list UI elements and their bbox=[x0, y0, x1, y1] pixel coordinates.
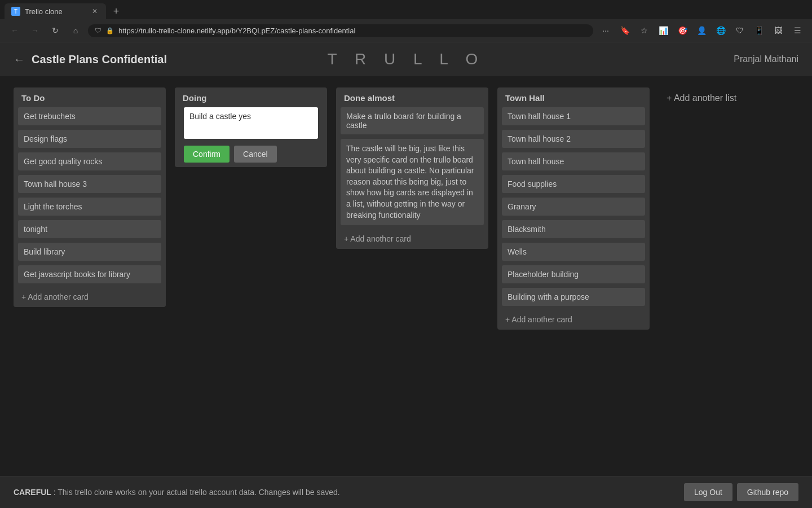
list-title-todo: To Do bbox=[14, 87, 166, 107]
tab-bar: T Trello clone ✕ + bbox=[0, 0, 812, 19]
warning-text: : This trello clone works on your actual… bbox=[51, 488, 340, 497]
app-header: ← Castle Plans Confidential T R U L L O … bbox=[0, 42, 812, 76]
card-get-javascript-books[interactable]: Get javascript books for library bbox=[18, 265, 161, 283]
footer-buttons: Log Out Github repo bbox=[684, 483, 798, 501]
card-granary[interactable]: Granary bbox=[502, 198, 645, 216]
bookmark-button[interactable]: ☆ bbox=[636, 23, 652, 38]
shield-icon: 🛡 bbox=[95, 27, 102, 34]
refresh-button[interactable]: ↻ bbox=[47, 23, 63, 38]
card-build-library[interactable]: Build library bbox=[18, 243, 161, 261]
card-town-hall-house-2[interactable]: Town hall house 2 bbox=[502, 130, 645, 148]
extensions-icon-6[interactable]: 📱 bbox=[751, 23, 767, 38]
back-button[interactable]: ← bbox=[7, 23, 23, 38]
cancel-add-card-button[interactable]: Cancel bbox=[234, 146, 277, 163]
nav-right-buttons: ··· 🔖 ☆ 📊 🎯 👤 🌐 🛡 📱 🖼 ☰ bbox=[598, 23, 805, 38]
careful-label: CAREFUL bbox=[14, 488, 51, 497]
tab-title: Trello clone bbox=[25, 7, 86, 16]
browser-chrome: T Trello clone ✕ + ← → ↻ ⌂ 🛡 🔒 https://t… bbox=[0, 0, 812, 42]
back-to-boards-button[interactable]: ← bbox=[14, 53, 25, 66]
card-town-hall-house-3[interactable]: Town hall house 3 bbox=[18, 175, 161, 193]
footer: CAREFUL : This trello clone works on you… bbox=[0, 476, 812, 508]
card-blacksmith[interactable]: Blacksmith bbox=[502, 220, 645, 238]
menu-button[interactable]: ☰ bbox=[789, 23, 805, 38]
list-title-doing: Doing bbox=[175, 87, 327, 107]
extensions-icon-1[interactable]: 📊 bbox=[655, 23, 671, 38]
logout-button[interactable]: Log Out bbox=[684, 483, 732, 501]
add-card-form-doing: Build a castle yes Confirm Cancel bbox=[179, 107, 323, 167]
extensions-icon-3[interactable]: 👤 bbox=[694, 23, 709, 38]
app-logo: T R U L L O bbox=[328, 50, 485, 68]
home-button[interactable]: ⌂ bbox=[68, 23, 83, 38]
pocket-icon[interactable]: 🔖 bbox=[617, 23, 633, 38]
new-card-textarea[interactable]: Build a castle yes bbox=[184, 107, 318, 139]
card-design-flags[interactable]: Design flags bbox=[18, 130, 161, 148]
url-bar[interactable]: 🛡 🔒 https://trullo-trello-clone.netlify.… bbox=[88, 24, 593, 37]
card-get-trebuchets[interactable]: Get trebuchets bbox=[18, 107, 161, 125]
forward-button[interactable]: → bbox=[27, 23, 43, 38]
lock-icon: 🔒 bbox=[106, 27, 114, 34]
tab-close-button[interactable]: ✕ bbox=[90, 7, 99, 16]
card-town-hall-house-1[interactable]: Town hall house 1 bbox=[502, 107, 645, 125]
list-cards-done-almost: Make a trullo board for building a castl… bbox=[336, 107, 488, 230]
nav-bar: ← → ↻ ⌂ 🛡 🔒 https://trullo-trello-clone.… bbox=[0, 19, 812, 42]
extensions-icon-5[interactable]: 🛡 bbox=[732, 23, 748, 38]
new-tab-button[interactable]: + bbox=[108, 3, 124, 19]
add-card-done-almost-button[interactable]: + Add another card bbox=[336, 230, 488, 249]
list-town-hall: Town Hall Town hall house 1 Town hall ho… bbox=[497, 87, 650, 330]
card-placeholder-building[interactable]: Placeholder building bbox=[502, 265, 645, 283]
footer-warning: CAREFUL : This trello clone works on you… bbox=[14, 488, 340, 497]
extensions-icon-4[interactable]: 🌐 bbox=[713, 23, 729, 38]
card-building-with-purpose[interactable]: Building with a purpose bbox=[502, 288, 645, 306]
github-repo-button[interactable]: Github repo bbox=[737, 483, 798, 501]
tab-favicon: T bbox=[11, 7, 20, 16]
add-card-town-hall-button[interactable]: + Add another card bbox=[497, 310, 650, 330]
user-name: Pranjal Maithani bbox=[734, 54, 798, 64]
list-cards-doing: Build a castle yes Confirm Cancel bbox=[175, 107, 327, 167]
card-castle-big[interactable]: The castle will be big, just like this v… bbox=[341, 139, 484, 225]
more-button[interactable]: ··· bbox=[598, 23, 614, 38]
list-title-done-almost: Done almost bbox=[336, 87, 488, 107]
url-text: https://trullo-trello-clone.netlify.app/… bbox=[118, 27, 355, 35]
card-make-trullo-board[interactable]: Make a trullo board for building a castl… bbox=[341, 107, 484, 134]
card-light-the-torches[interactable]: Light the torches bbox=[18, 198, 161, 216]
extensions-icon-7[interactable]: 🖼 bbox=[770, 23, 786, 38]
card-wells[interactable]: Wells bbox=[502, 243, 645, 261]
card-tonight[interactable]: tonight bbox=[18, 220, 161, 238]
active-tab[interactable]: T Trello clone ✕ bbox=[5, 3, 106, 19]
list-cards-town-hall: Town hall house 1 Town hall house 2 Town… bbox=[497, 107, 650, 310]
card-town-hall-house[interactable]: Town hall house bbox=[502, 152, 645, 170]
card-food-supplies[interactable]: Food supplies bbox=[502, 175, 645, 193]
list-cards-todo: Get trebuchets Design flags Get good qua… bbox=[14, 107, 166, 288]
board-title: Castle Plans Confidential bbox=[32, 53, 167, 66]
list-done-almost: Done almost Make a trullo board for buil… bbox=[336, 87, 488, 249]
add-card-todo-button[interactable]: + Add another card bbox=[14, 288, 166, 307]
add-list-button[interactable]: + Add another list bbox=[659, 87, 811, 109]
card-get-good-quality-rocks[interactable]: Get good quality rocks bbox=[18, 152, 161, 170]
list-doing: Doing Build a castle yes Confirm Cancel bbox=[175, 87, 327, 167]
extensions-icon-2[interactable]: 🎯 bbox=[674, 23, 690, 38]
list-title-town-hall: Town Hall bbox=[497, 87, 650, 107]
board-area: To Do Get trebuchets Design flags Get go… bbox=[0, 76, 812, 476]
add-card-form-actions: Confirm Cancel bbox=[184, 146, 318, 163]
list-todo: To Do Get trebuchets Design flags Get go… bbox=[14, 87, 166, 307]
confirm-add-card-button[interactable]: Confirm bbox=[184, 146, 230, 163]
